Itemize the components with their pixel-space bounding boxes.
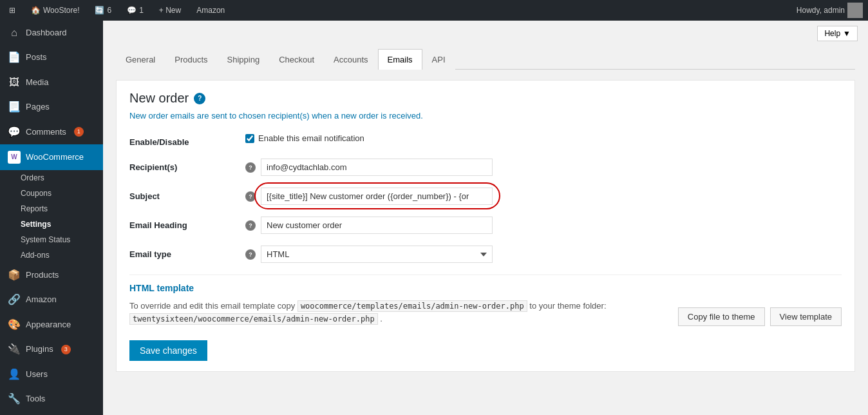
sidebar-subitem-settings[interactable]: Settings [0, 217, 103, 232]
sidebar-item-products[interactable]: 📦 Products [0, 263, 103, 287]
recipients-input[interactable] [261, 159, 493, 176]
users-icon: 👤 [8, 367, 21, 381]
amazon-btn[interactable]: Amazon [193, 0, 229, 21]
sidebar-item-label: Plugins [26, 343, 53, 355]
subject-input[interactable] [261, 188, 493, 205]
enable-checkbox[interactable] [245, 134, 254, 143]
amazon-side-icon: 🔗 [8, 293, 21, 307]
dashboard-icon: ⌂ [8, 26, 21, 40]
email-heading-field: ? [245, 217, 842, 234]
sidebar-subitem-orders[interactable]: Orders [0, 170, 103, 186]
products-icon: 📦 [8, 268, 21, 282]
subject-label: Subject [129, 188, 245, 201]
amazon-label: Amazon [196, 6, 225, 15]
coupons-label: Coupons [21, 189, 52, 198]
sidebar-item-label: Appearance [26, 319, 71, 331]
help-button[interactable]: Help ▼ [817, 26, 858, 41]
posts-icon: 📄 [8, 50, 21, 64]
pages-icon: 📃 [8, 100, 21, 114]
save-section: Save changes [129, 340, 842, 361]
comments-btn[interactable]: 💬 1 [123, 0, 147, 21]
tab-emails[interactable]: Emails [378, 49, 422, 70]
subject-wrapper [261, 188, 493, 205]
sidebar-item-woocommerce[interactable]: W WooCommerce [0, 144, 103, 170]
enable-checkbox-row: Enable this email notification [245, 133, 364, 143]
site-name-btn[interactable]: 🏠 WooStore! [27, 0, 83, 21]
tools-icon: 🔧 [8, 392, 21, 406]
site-name-label: WooStore! [43, 6, 79, 15]
sidebar-subitem-coupons[interactable]: Coupons [0, 186, 103, 201]
email-heading-row: Email Heading ? [129, 217, 842, 234]
site-icon: 🏠 [31, 6, 41, 15]
content-header: Help ▼ [103, 21, 868, 41]
appearance-icon: 🎨 [8, 318, 21, 332]
tab-shipping[interactable]: Shipping [218, 49, 270, 70]
view-template-button[interactable]: View template [770, 307, 842, 326]
sidebar-item-pages[interactable]: 📃 Pages [0, 95, 103, 119]
subject-row: Subject ? [129, 188, 842, 205]
sidebar-item-posts[interactable]: 📄 Posts [0, 45, 103, 70]
sidebar-item-label: Comments [26, 126, 66, 138]
copy-file-button[interactable]: Copy file to theme [678, 307, 765, 326]
tab-api[interactable]: API [422, 49, 455, 70]
sidebar-item-appearance[interactable]: 🎨 Appearance [0, 313, 103, 337]
enable-checkbox-label: Enable this email notification [258, 133, 364, 143]
email-type-select[interactable]: HTML Plain text Multipart [261, 246, 493, 263]
subject-help-icon[interactable]: ? [245, 191, 256, 202]
new-btn[interactable]: + New [155, 0, 185, 21]
sidebar-item-label: Products [26, 269, 59, 281]
sidebar-item-label: Dashboard [26, 27, 67, 39]
sidebar-subitem-reports[interactable]: Reports [0, 201, 103, 217]
comments-count: 1 [139, 6, 144, 15]
plugins-icon: 🔌 [8, 342, 21, 356]
wp-logo-icon: ⊞ [9, 6, 15, 15]
tab-general[interactable]: General [116, 49, 165, 70]
email-heading-help-icon[interactable]: ? [245, 220, 256, 231]
sidebar-item-media[interactable]: 🖼 Media [0, 70, 103, 95]
comments-side-icon: 💬 [8, 125, 21, 139]
html-template-section: HTML template To override and edit this … [129, 283, 842, 330]
addons-label: Add-ons [21, 251, 50, 260]
sidebar-item-comments[interactable]: 💬 Comments 1 [0, 120, 103, 144]
sidebar: ⌂ Dashboard 📄 Posts 🖼 Media 📃 Pages 💬 Co… [0, 21, 103, 415]
recipients-help-icon[interactable]: ? [245, 162, 256, 173]
sidebar-subitem-systemstatus[interactable]: System Status [0, 232, 103, 247]
template-heading: HTML template [129, 283, 842, 293]
new-label: + New [159, 6, 181, 15]
save-changes-button[interactable]: Save changes [129, 340, 207, 361]
email-type-row: Email type ? HTML Plain text Multipart [129, 246, 842, 263]
sidebar-item-label: Media [26, 77, 48, 88]
sidebar-item-plugins[interactable]: 🔌 Plugins 3 [0, 337, 103, 362]
enable-disable-row: Enable/Disable Enable this email notific… [129, 133, 842, 147]
updates-btn[interactable]: 🔄 6 [91, 0, 115, 21]
orders-label: Orders [21, 173, 44, 182]
tab-products[interactable]: Products [165, 49, 217, 70]
recipients-field: ? [245, 159, 842, 176]
divider [129, 275, 842, 275]
tab-accounts[interactable]: Accounts [324, 49, 377, 70]
woo-icon: W [8, 151, 21, 164]
comments-icon: 💬 [127, 6, 137, 15]
main-content: Help ▼ General Products Shipping Checkou… [103, 21, 868, 415]
email-type-help-icon[interactable]: ? [245, 249, 256, 260]
sidebar-item-amazon[interactable]: 🔗 Amazon [0, 287, 103, 312]
sidebar-item-dashboard[interactable]: ⌂ Dashboard [0, 21, 103, 45]
tab-checkout[interactable]: Checkout [269, 49, 324, 70]
sidebar-item-label: Amazon [26, 294, 57, 305]
howdy-label: Howdy, admin [797, 6, 845, 15]
template-buttons: Copy file to theme View template [678, 307, 842, 326]
sidebar-subitem-addons[interactable]: Add-ons [0, 247, 103, 263]
help-label: Help [824, 29, 840, 38]
updates-icon: 🔄 [95, 6, 104, 15]
sidebar-item-label: Posts [26, 52, 47, 63]
wp-logo-btn[interactable]: ⊞ [5, 0, 19, 21]
sidebar-item-label: Pages [26, 101, 50, 113]
template-period: . [380, 314, 382, 323]
sidebar-item-users[interactable]: 👤 Users [0, 362, 103, 387]
info-icon[interactable]: ? [194, 93, 205, 104]
sidebar-item-tools[interactable]: 🔧 Tools [0, 387, 103, 411]
email-heading-input[interactable] [261, 217, 493, 234]
email-heading-label: Email Heading [129, 217, 245, 230]
sidebar-item-label: Users [26, 369, 48, 380]
page-title: New order [129, 91, 189, 106]
